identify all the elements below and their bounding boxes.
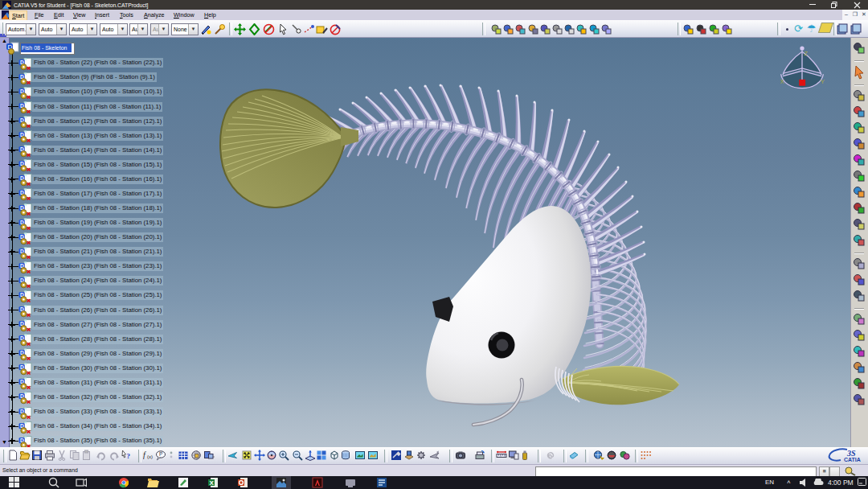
svg-text:Z: Z: [804, 50, 808, 57]
svg-text:P: P: [159, 451, 162, 457]
svg-text:X: X: [780, 78, 784, 85]
svg-text:X: X: [210, 479, 215, 487]
svg-text:f: f: [143, 450, 146, 459]
svg-text:(x): (x): [147, 454, 153, 459]
svg-text:Y: Y: [821, 78, 825, 85]
svg-text:CATIA: CATIA: [844, 457, 861, 462]
svg-text:?: ?: [127, 452, 131, 460]
